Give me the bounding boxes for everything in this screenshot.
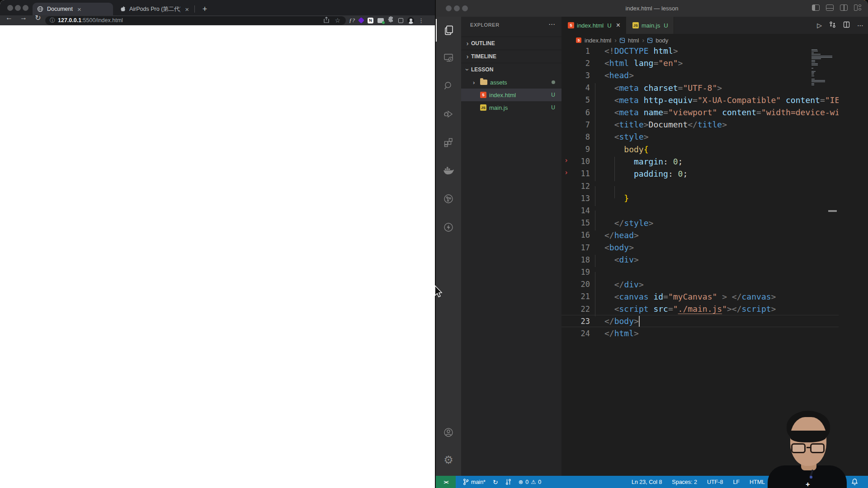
browser-tab-document[interactable]: Document ×	[33, 3, 113, 15]
sidebar-extension-icon[interactable]	[398, 18, 403, 23]
code-line[interactable]: 14	[561, 204, 839, 216]
traffic-close-button[interactable]	[446, 5, 452, 11]
remote-indicator[interactable]: ><	[436, 476, 456, 488]
encoding[interactable]: UTF-8	[707, 479, 723, 485]
breadcrumb-file[interactable]: index.html	[585, 37, 611, 44]
settings-button[interactable]: ⚙	[436, 449, 461, 471]
code-line[interactable]: 24</html>	[561, 327, 839, 339]
diamond-extension-icon[interactable]	[358, 17, 364, 23]
sidebar-item-search[interactable]	[436, 75, 461, 97]
git-branch-item[interactable]: main*	[463, 479, 486, 485]
language-mode[interactable]: HTML	[750, 479, 765, 485]
profile-avatar[interactable]	[407, 17, 414, 24]
indentation[interactable]: Spaces: 2	[672, 479, 697, 485]
code-line[interactable]: 16</head>	[561, 229, 839, 241]
traffic-zoom-button[interactable]	[23, 5, 28, 11]
traffic-zoom-button[interactable]	[462, 5, 468, 11]
customize-layout-icon[interactable]	[854, 5, 862, 11]
section-outline[interactable]: › OUTLINE	[461, 37, 561, 50]
tab-index-html[interactable]: 5 index.html U ×	[561, 17, 626, 34]
code-line[interactable]: 19	[561, 266, 839, 278]
line-number: 8	[561, 132, 590, 141]
breadcrumb-symbol-body[interactable]: body	[656, 37, 668, 44]
toggle-sidebar-icon[interactable]	[812, 5, 820, 11]
screenshot-extension-icon[interactable]	[377, 18, 384, 23]
breadcrumb-symbol-html[interactable]: html	[628, 37, 639, 44]
vscode-titlebar[interactable]: index.html — lesson	[436, 0, 868, 17]
section-lesson[interactable]: › LESSON	[461, 63, 561, 76]
toggle-secondary-sidebar-icon[interactable]	[840, 5, 848, 11]
chevron-right-icon: ›	[464, 40, 471, 47]
sidebar-item-extensions[interactable]	[436, 131, 461, 154]
code-line[interactable]: 15 </style>	[561, 217, 839, 229]
file-row-assets[interactable]: › assets	[461, 76, 561, 89]
code-line[interactable]: 12	[561, 180, 839, 192]
address-bar[interactable]: ⓘ 127.0.0.1:5500/index.html ☆	[45, 16, 346, 25]
code-line[interactable]: 17<body>	[561, 241, 839, 253]
compare-changes-button[interactable]	[505, 479, 511, 485]
sidebar-item-explorer[interactable]	[436, 19, 461, 42]
section-timeline[interactable]: › TIMELINE	[461, 50, 561, 63]
code-line[interactable]: 3<head>	[561, 69, 839, 81]
more-actions-icon[interactable]: ⋯	[857, 22, 863, 29]
sidebar-item-remote-explorer[interactable]	[436, 47, 461, 69]
site-info-icon[interactable]: ⓘ	[50, 17, 55, 24]
split-editor-icon[interactable]	[843, 21, 850, 29]
traffic-close-button[interactable]	[7, 5, 13, 11]
traffic-minimize-button[interactable]	[454, 5, 460, 11]
cursor-position[interactable]: Ln 23, Col 8	[632, 479, 662, 485]
browser-tab-airpods[interactable]: AirPods Pro (第二代) - Apple (中 ×	[116, 3, 193, 15]
traffic-minimize-button[interactable]	[15, 5, 21, 11]
code-line[interactable]: 5 <meta http-equiv="X-UA-Compatible" con…	[561, 94, 839, 106]
explorer-more-icon[interactable]: ⋯	[548, 20, 555, 28]
code-line[interactable]: 20 </div>	[561, 278, 839, 291]
chevron-right-icon: ›	[473, 79, 479, 86]
reload-icon[interactable]: ↻	[33, 14, 43, 22]
notion-extension-icon[interactable]: N	[368, 18, 373, 23]
sync-changes-button[interactable]: ↻	[493, 479, 498, 486]
toggle-panel-icon[interactable]	[826, 5, 834, 11]
file-row-main-js[interactable]: JS main.js U	[461, 101, 561, 114]
extensions-puzzle-icon[interactable]	[388, 16, 394, 24]
code-line[interactable]: 18 <div>	[561, 253, 839, 266]
file-row-index-html[interactable]: 5 index.html U	[461, 89, 561, 101]
tab-main-js[interactable]: JS main.js U	[626, 17, 674, 34]
browser-page-blank[interactable]	[0, 25, 435, 488]
code-line[interactable]: ›11 padding: 0;	[561, 168, 839, 180]
account-button[interactable]	[436, 421, 461, 444]
forward-icon[interactable]: →	[18, 14, 29, 22]
code-line[interactable]: ›10 margin: 0;	[561, 155, 839, 168]
code-line[interactable]: 21 <canvas id="myCanvas" > </canvas>	[561, 291, 839, 303]
run-or-debug-icon[interactable]	[829, 21, 836, 29]
problems-item[interactable]: ⊗ 0 ⚠ 0	[519, 479, 542, 485]
code-line[interactable]: 6 <meta name="viewport" content="width=d…	[561, 106, 839, 118]
sidebar-item-docker[interactable]	[436, 160, 461, 182]
share-icon[interactable]	[324, 17, 329, 24]
eol-sequence[interactable]: LF	[733, 479, 740, 485]
tab-close-icon[interactable]: ×	[185, 5, 189, 13]
sidebar-item-git-graph[interactable]	[436, 188, 461, 210]
bookmark-star-icon[interactable]: ☆	[335, 17, 340, 24]
code-line[interactable]: 23</body>	[561, 315, 839, 327]
code-line[interactable]: 2<html lang="en">	[561, 57, 839, 69]
code-line[interactable]: 7 <title>Document</title>	[561, 118, 839, 131]
code-line[interactable]: 1<!DOCTYPE html>	[561, 47, 839, 57]
code-line[interactable]: 4 <meta charset="UTF-8">	[561, 82, 839, 94]
f-extension-icon[interactable]: ƒ?	[349, 17, 355, 24]
notifications-bell-icon[interactable]	[851, 478, 858, 487]
sidebar-item-thunder-client[interactable]	[436, 216, 461, 239]
sidebar-item-run-debug[interactable]	[436, 103, 461, 126]
breadcrumb[interactable]: 5 index.html › html › body	[561, 34, 868, 47]
browser-menu-icon[interactable]: ⋮	[418, 17, 424, 24]
run-file-icon[interactable]: ▷	[817, 22, 822, 29]
code-line[interactable]: 8 <style>	[561, 131, 839, 143]
tab-close-icon[interactable]: ×	[77, 5, 81, 13]
code-editor[interactable]: 1<!DOCTYPE html>2<html lang="en">3<head>…	[561, 47, 839, 476]
new-tab-button[interactable]: +	[199, 3, 211, 15]
code-line[interactable]: 22 <script src="./main.js"></script>	[561, 303, 839, 315]
code-line[interactable]: 9 body{	[561, 143, 839, 155]
minimap[interactable]	[811, 47, 833, 476]
code-line[interactable]: 13 }	[561, 192, 839, 204]
close-icon[interactable]: ×	[616, 21, 620, 29]
back-icon[interactable]: ←	[4, 14, 14, 22]
